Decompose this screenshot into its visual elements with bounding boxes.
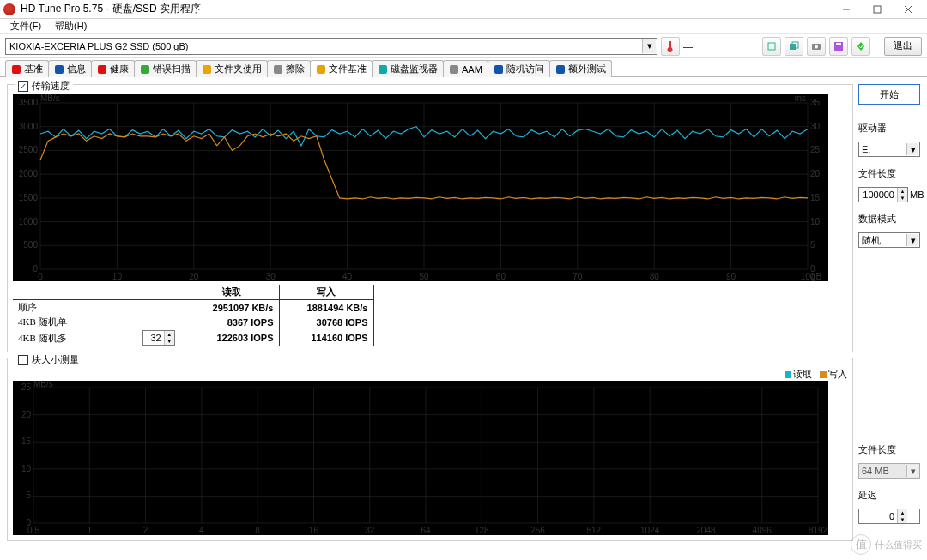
svg-text:ms: ms	[795, 94, 806, 103]
tab-label: 健康	[110, 63, 129, 75]
maximize-button[interactable]	[862, 1, 893, 18]
tab-icon	[11, 64, 21, 75]
side-panel: 开始 驱动器 E:▾ 文件长度 ▲▼ MB 数据模式 随机▾ 文件长度 64 M…	[858, 84, 920, 546]
svg-text:20: 20	[21, 410, 32, 419]
delay-label: 延迟	[858, 489, 920, 502]
svg-text:70: 70	[573, 272, 583, 281]
svg-text:1500: 1500	[19, 193, 39, 202]
tab-icon	[97, 64, 107, 75]
tab-8[interactable]: AAM	[443, 60, 488, 77]
svg-rect-23	[556, 65, 565, 74]
minimize-button[interactable]	[831, 1, 862, 18]
save-button[interactable]	[829, 37, 848, 56]
options-button[interactable]	[851, 37, 870, 56]
transfer-speed-chart: 0500100015002000250030003500051015202530…	[13, 94, 828, 281]
block-size-checkbox[interactable]	[18, 355, 28, 365]
tab-6[interactable]: 文件基准	[310, 60, 373, 77]
svg-rect-16	[141, 65, 149, 74]
temperature-button[interactable]	[661, 37, 680, 56]
svg-rect-14	[55, 65, 64, 74]
tab-label: 随机访问	[506, 63, 544, 75]
tab-9[interactable]: 随机访问	[488, 60, 550, 77]
svg-text:1: 1	[88, 526, 93, 535]
table-row: 4KB 随机单 8367 IOPS 30768 IOPS	[13, 315, 373, 329]
svg-rect-1	[874, 6, 881, 13]
tab-icon	[555, 64, 566, 75]
tab-2[interactable]: 健康	[91, 60, 135, 77]
svg-text:35: 35	[810, 98, 821, 107]
svg-text:30: 30	[810, 122, 821, 131]
svg-rect-18	[274, 65, 282, 74]
transfer-speed-panel: ✓ 传输速度 050010001500200025003000350005101…	[7, 84, 853, 352]
svg-text:32: 32	[365, 526, 375, 535]
svg-text:4: 4	[199, 526, 204, 535]
transfer-speed-checkbox[interactable]: ✓	[18, 81, 28, 92]
svg-rect-20	[379, 65, 387, 74]
tab-1[interactable]: 信息	[48, 60, 92, 77]
device-select[interactable]: KIOXIA-EXCERIA PLUS G2 SSD (500 gB) ▾	[5, 38, 657, 55]
chart-legend: 读取 写入	[13, 368, 847, 381]
filelen-label: 文件长度	[858, 167, 920, 180]
svg-rect-21	[450, 65, 458, 74]
close-button[interactable]	[893, 1, 924, 18]
svg-text:256: 256	[530, 526, 545, 535]
svg-text:500: 500	[23, 240, 38, 250]
datapat-select[interactable]: 随机▾	[858, 232, 920, 248]
tab-10[interactable]: 额外测试	[549, 60, 612, 77]
svg-rect-22	[494, 65, 503, 74]
svg-rect-13	[12, 65, 21, 74]
svg-text:2500: 2500	[19, 145, 39, 154]
tab-0[interactable]: 基准	[5, 60, 49, 77]
svg-rect-15	[98, 65, 106, 74]
exit-button[interactable]: 退出	[884, 37, 922, 56]
tab-icon	[316, 64, 326, 75]
svg-text:20: 20	[810, 169, 821, 178]
app-icon	[3, 3, 15, 15]
tab-label: 信息	[67, 63, 86, 75]
drive-select[interactable]: E:▾	[858, 142, 920, 157]
tab-icon	[378, 64, 388, 75]
menu-file[interactable]: 文件(F)	[5, 20, 46, 33]
col-read: 读取	[185, 285, 279, 300]
svg-text:MB/s: MB/s	[33, 381, 53, 388]
svg-text:1000: 1000	[19, 217, 39, 226]
svg-rect-17	[203, 65, 211, 74]
svg-text:4096: 4096	[753, 526, 772, 535]
tab-4[interactable]: 文件夹使用	[196, 60, 268, 77]
menu-help[interactable]: 帮助(H)	[50, 20, 92, 33]
tab-5[interactable]: 擦除	[267, 60, 311, 77]
svg-rect-19	[317, 65, 325, 74]
svg-text:30: 30	[266, 272, 276, 281]
menubar: 文件(F) 帮助(H)	[0, 19, 927, 34]
svg-text:3000: 3000	[19, 122, 39, 131]
svg-text:80: 80	[650, 272, 660, 281]
copy-text-button[interactable]	[762, 37, 781, 56]
svg-text:90: 90	[726, 272, 736, 281]
svg-text:1024: 1024	[640, 526, 660, 535]
svg-text:0: 0	[38, 272, 43, 281]
svg-text:10: 10	[112, 272, 123, 281]
tab-icon	[494, 64, 504, 75]
block-size-label: 块大小测量	[32, 353, 79, 366]
filelen2-label: 文件长度	[858, 443, 920, 456]
tab-3[interactable]: 错误扫描	[134, 60, 197, 77]
titlebar: HD Tune Pro 5.75 - 硬盘/SSD 实用程序	[0, 0, 927, 19]
svg-text:128: 128	[475, 526, 489, 535]
copy-image-button[interactable]	[785, 37, 803, 56]
filelen2-select[interactable]: 64 MB▾	[858, 463, 920, 479]
tab-7[interactable]: 磁盘监视器	[372, 60, 444, 77]
queue-depth-spinner[interactable]: ▲▼	[142, 330, 175, 346]
screenshot-button[interactable]	[807, 37, 826, 56]
svg-rect-12	[836, 43, 841, 45]
delay-spinner[interactable]: ▲▼	[858, 509, 920, 524]
block-size-chart: 05101520250.5124816326412825651210242048…	[13, 381, 828, 535]
svg-text:20: 20	[189, 272, 199, 281]
svg-text:15: 15	[810, 193, 821, 202]
svg-text:50: 50	[419, 272, 429, 281]
svg-text:2048: 2048	[696, 526, 716, 535]
table-row: 顺序 2951097 KB/s 1881494 KB/s	[13, 300, 373, 316]
filelen-spinner[interactable]: ▲▼	[858, 187, 908, 202]
start-button[interactable]: 开始	[858, 84, 920, 105]
tab-label: 额外测试	[568, 63, 606, 75]
chevron-down-icon: ▾	[642, 39, 656, 53]
